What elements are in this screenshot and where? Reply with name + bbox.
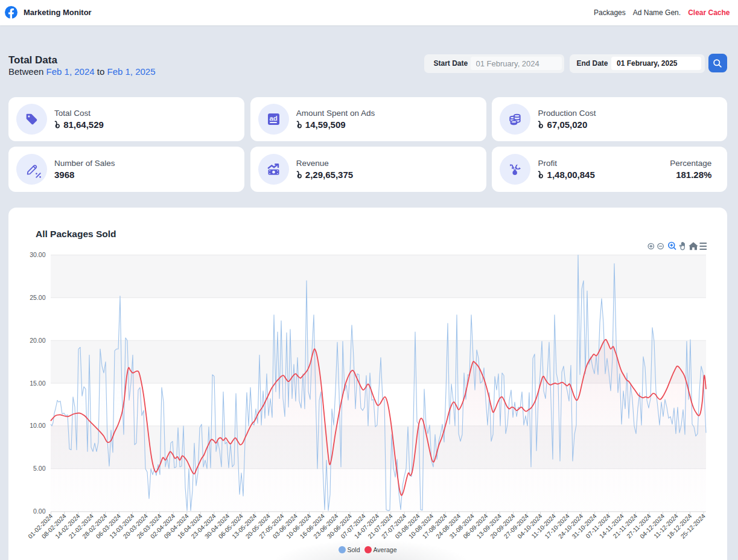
svg-text:0.00: 0.00 bbox=[33, 508, 46, 515]
svg-text:5.00: 5.00 bbox=[33, 465, 46, 472]
svg-text:30.00: 30.00 bbox=[30, 251, 45, 258]
svg-text:25.00: 25.00 bbox=[30, 293, 45, 301]
svg-text:10.00: 10.00 bbox=[30, 422, 45, 429]
svg-text:20.00: 20.00 bbox=[30, 336, 45, 343]
svg-text:15.00: 15.00 bbox=[30, 379, 45, 386]
